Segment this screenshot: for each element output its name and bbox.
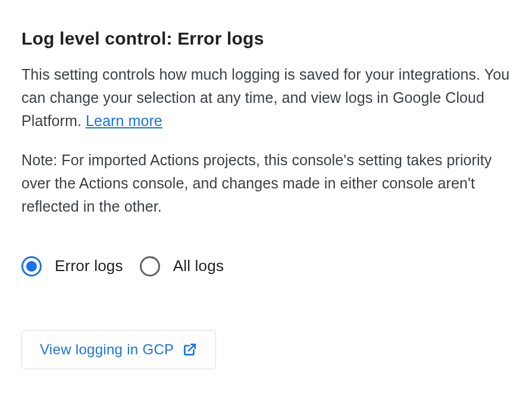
page-heading: Log level control: Error logs xyxy=(21,29,511,49)
radio-label-all-logs: All logs xyxy=(173,257,224,275)
view-logging-label: View logging in GCP xyxy=(40,341,174,358)
external-link-icon xyxy=(182,342,198,357)
view-logging-button[interactable]: View logging in GCP xyxy=(21,330,216,369)
note-text: Note: For imported Actions projects, thi… xyxy=(21,149,511,218)
learn-more-link[interactable]: Learn more xyxy=(86,112,162,129)
radio-option-all-logs[interactable]: All logs xyxy=(140,256,224,276)
radio-icon-selected xyxy=(21,256,42,276)
description-text: This setting controls how much logging i… xyxy=(21,63,511,132)
log-level-radio-group: Error logs All logs xyxy=(21,256,511,276)
radio-option-error-logs[interactable]: Error logs xyxy=(21,256,123,276)
radio-icon-unselected xyxy=(140,256,160,276)
radio-label-error-logs: Error logs xyxy=(55,257,123,275)
